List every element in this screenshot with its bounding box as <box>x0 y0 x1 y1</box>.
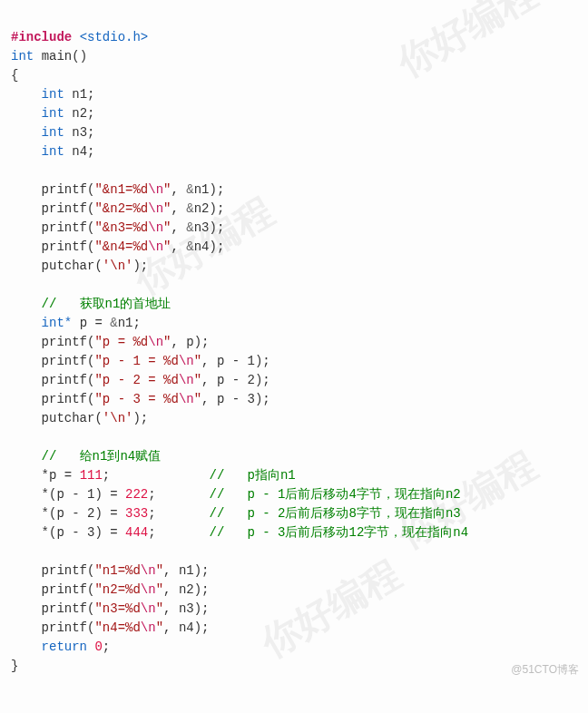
escape-char: \n <box>141 582 156 597</box>
arg: n1 <box>118 316 133 330</box>
comment: // p - 2后前后移动8字节，现在指向n3 <box>209 506 460 521</box>
number: 333 <box>125 506 148 521</box>
format-spec: %d <box>163 373 179 387</box>
string-literal: " <box>194 373 201 387</box>
escape-char: \n <box>141 620 156 635</box>
escape-char: \n <box>179 354 194 368</box>
fn-printf: printf <box>42 239 87 254</box>
lhs: *p <box>42 468 57 483</box>
fn-printf: printf <box>42 335 87 349</box>
var-n3: n3 <box>72 125 87 140</box>
keyword-int: int <box>11 49 34 63</box>
escape-char: \n <box>148 239 163 254</box>
string-literal: " <box>194 392 201 406</box>
string-literal: "n2= <box>94 582 125 597</box>
comment: // p - 1后前后移动4字节，现在指向n2 <box>209 487 460 502</box>
var-n4: n4 <box>72 144 87 159</box>
arg: p - 1 <box>217 354 255 368</box>
string-literal: "n4= <box>94 620 125 635</box>
escape-char: \n <box>148 220 163 235</box>
number: 222 <box>125 487 148 502</box>
arg: n4 <box>194 239 210 254</box>
arg: n2 <box>179 582 194 597</box>
number: 444 <box>125 525 148 540</box>
lhs: *(p - 1) <box>42 487 103 502</box>
fn-printf: printf <box>42 220 87 235</box>
var-n2: n2 <box>72 106 87 121</box>
string-literal: "n3= <box>94 601 125 616</box>
string-literal: " <box>156 620 163 635</box>
string-literal: "p = <box>94 335 132 349</box>
fn-printf: printf <box>42 563 87 578</box>
arg: n2 <box>194 201 210 216</box>
keyword-int: int <box>42 144 64 159</box>
arg: n1 <box>194 182 210 197</box>
string-literal: "n1= <box>94 563 125 578</box>
char-literal: '\n' <box>103 259 133 273</box>
string-literal: "p - 3 = <box>94 392 163 406</box>
format-spec: %d <box>125 563 141 578</box>
comment: // 给n1到n4赋值 <box>42 449 162 464</box>
arg: p <box>186 335 193 349</box>
keyword-int-ptr: int* <box>42 316 73 330</box>
keyword-int: int <box>42 106 64 121</box>
fn-printf: printf <box>42 582 87 597</box>
fn-printf: printf <box>42 201 87 216</box>
keyword-int: int <box>42 87 64 102</box>
arg: n1 <box>179 563 194 578</box>
lhs: *(p - 3) <box>42 525 103 540</box>
string-literal: "&n2= <box>94 201 132 216</box>
format-spec: %d <box>125 601 141 616</box>
escape-char: \n <box>179 373 194 387</box>
format-spec: %d <box>132 201 148 216</box>
fn-printf: printf <box>42 601 87 616</box>
arg: n3 <box>194 220 210 235</box>
format-spec: %d <box>125 582 141 597</box>
address-op: & <box>186 239 193 254</box>
fn-printf: printf <box>42 392 87 406</box>
string-literal: "&n3= <box>94 220 132 235</box>
arg: p - 2 <box>217 373 255 387</box>
string-literal: "p - 1 = <box>94 354 163 368</box>
comment: // p - 3后前后移动12字节，现在指向n4 <box>209 525 468 540</box>
preprocessor: #include <box>11 30 72 44</box>
fn-printf: printf <box>42 354 87 368</box>
format-spec: %d <box>132 239 148 254</box>
escape-char: \n <box>148 335 163 349</box>
format-spec: %d <box>163 392 179 406</box>
var-n1: n1 <box>72 87 87 102</box>
format-spec: %d <box>132 220 148 235</box>
string-literal: "p - 2 = <box>94 373 163 387</box>
format-spec: %d <box>132 335 148 349</box>
string-literal: "&n4= <box>94 239 132 254</box>
comment: // 获取n1的首地址 <box>42 297 172 311</box>
escape-char: \n <box>179 392 194 406</box>
fn-main: main <box>42 49 73 63</box>
escape-char: \n <box>148 182 163 197</box>
char-literal: '\n' <box>103 411 133 425</box>
format-spec: %d <box>163 354 179 368</box>
string-literal: " <box>194 354 201 368</box>
format-spec: %d <box>125 620 141 635</box>
escape-char: \n <box>148 201 163 216</box>
address-op: & <box>186 220 193 235</box>
lhs: *(p - 2) <box>42 506 103 521</box>
arg: n4 <box>179 620 194 635</box>
include-header: <stdio.h> <box>80 30 149 44</box>
fn-printf: printf <box>42 182 87 197</box>
string-literal: " <box>156 601 163 616</box>
address-op: & <box>110 316 117 330</box>
comment: // p指向n1 <box>209 468 295 483</box>
address-op: & <box>186 201 193 216</box>
number: 111 <box>80 468 103 483</box>
keyword-return: return <box>42 640 87 654</box>
fn-printf: printf <box>42 373 87 387</box>
fn-printf: printf <box>42 620 87 635</box>
string-literal: "&n1= <box>94 182 132 197</box>
escape-char: \n <box>141 563 156 578</box>
code-block: #include <stdio.h> int main() { int n1; … <box>11 9 577 676</box>
escape-char: \n <box>141 601 156 616</box>
format-spec: %d <box>132 182 148 197</box>
fn-putchar: putchar <box>42 259 95 273</box>
address-op: & <box>186 182 193 197</box>
